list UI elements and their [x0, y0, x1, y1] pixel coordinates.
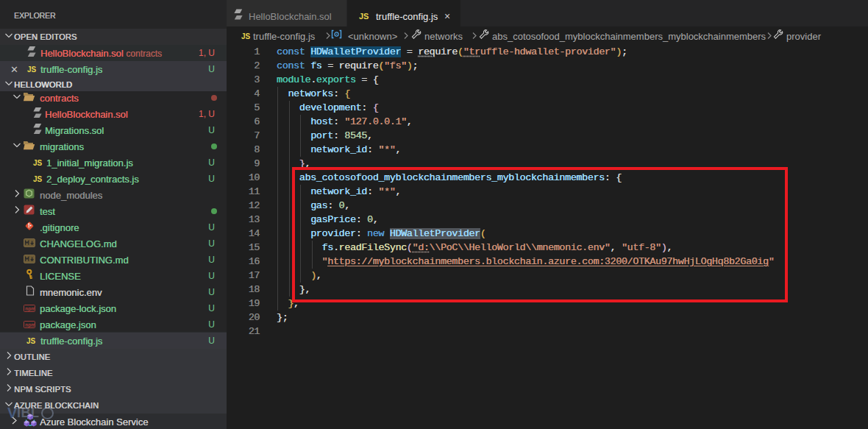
svg-text:npm: npm	[25, 306, 35, 312]
svg-text:npm: npm	[25, 322, 35, 328]
